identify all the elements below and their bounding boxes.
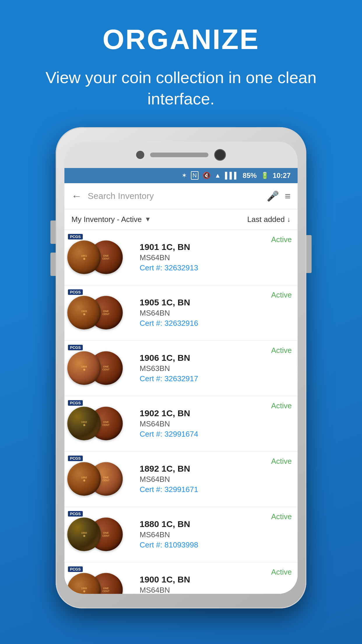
battery-text: 85% (243, 172, 257, 180)
pcgs-badge: PCGS (68, 234, 83, 239)
coin-obverse: 1905◉ (67, 296, 101, 330)
coin-grade: MS64BN (140, 419, 271, 428)
coin-details: 1906 1C, BN MS63BN Cert #: 32632917 (140, 353, 271, 383)
mic-icon[interactable]: 🎤 (267, 190, 279, 202)
phone-notch (64, 142, 298, 168)
coin-list-item[interactable]: PCGS 1905◉ ONECENT 1905 1C, BN MS64BN Ce… (64, 285, 298, 341)
coin-list-item[interactable]: PCGS 1900◉ ONECENT 1900 1C, BN MS64BN Ce… (64, 562, 298, 594)
screen-content: ✶ N 🔇 ▲ ▌▌▌ 85% 🔋 10:27 ← Search Invento… (64, 168, 298, 594)
coin-list-item[interactable]: PCGS 1901◉ ONECENT 1901 1C, BN MS64BN Ce… (64, 230, 298, 285)
coin-grade: MS64BN (140, 586, 271, 594)
coin-reverse-text: ONECENT (102, 421, 110, 426)
coin-image-pair: PCGS 1901◉ ONECENT (67, 233, 134, 281)
dropdown-arrow-icon[interactable]: ▼ (145, 216, 151, 223)
bluetooth-icon: ✶ (182, 172, 187, 179)
battery-icon: 🔋 (261, 172, 269, 179)
status-bar: ✶ N 🔇 ▲ ▌▌▌ 85% 🔋 10:27 (64, 168, 298, 183)
sort-arrow-icon: ↓ (287, 215, 291, 223)
coin-cert: Cert #: 81093998 (140, 540, 271, 550)
coin-grade: MS63BN (140, 364, 271, 373)
coin-list-item[interactable]: PCGS 1880◉ ONECENT 1880 1C, BN MS64BN Ce… (64, 507, 298, 562)
coin-reverse-text: ONECENT (102, 531, 110, 537)
coin-obverse: 1902◉ (67, 407, 101, 440)
coin-obverse-text: 1900◉ (81, 587, 87, 593)
hero-title: ORGANIZE (103, 23, 260, 55)
sort-text: Last added (247, 215, 285, 224)
hero-subtitle: View your coin collection in one clean i… (0, 67, 362, 110)
coin-details: 1900 1C, BN MS64BN Cert #: ... (140, 575, 271, 594)
coin-details: 1892 1C, BN MS64BN Cert #: 32991671 (140, 464, 271, 494)
pcgs-badge: PCGS (68, 511, 83, 517)
coin-details: 1880 1C, BN MS64BN Cert #: 81093998 (140, 519, 271, 550)
coin-name: 1880 1C, BN (140, 519, 271, 529)
coin-cert: Cert #: 32991671 (140, 485, 271, 494)
coin-status-badge: Active (271, 345, 292, 355)
sort-label[interactable]: Last added ↓ (247, 215, 291, 224)
coin-image-pair: PCGS 1900◉ ONECENT (67, 566, 134, 594)
search-input[interactable]: Search Inventory (88, 191, 261, 201)
coin-obverse: 1880◉ (67, 518, 101, 551)
coin-status-badge: Active (271, 456, 292, 466)
coin-status-badge: Active (271, 511, 292, 521)
time-display: 10:27 (273, 172, 291, 180)
coin-list: PCGS 1901◉ ONECENT 1901 1C, BN MS64BN Ce… (64, 230, 298, 594)
coin-details: 1905 1C, BN MS64BN Cert #: 32632916 (140, 298, 271, 328)
coin-image-pair: PCGS 1902◉ ONECENT (67, 400, 134, 448)
nfc-icon: N (191, 171, 198, 180)
coin-obverse: 1901◉ (67, 241, 101, 274)
back-button[interactable]: ← (71, 190, 82, 202)
filter-row[interactable]: My Inventory - Active ▼ Last added ↓ (64, 209, 298, 230)
coin-cert: Cert #: 32632917 (140, 374, 271, 383)
coin-grade: MS64BN (140, 253, 271, 262)
coin-image-pair: PCGS 1880◉ ONECENT (67, 510, 134, 559)
coin-grade: MS64BN (140, 309, 271, 318)
coin-obverse: 1892◉ (67, 462, 101, 496)
power-button (306, 235, 312, 273)
coin-cert: Cert #: 32632916 (140, 319, 271, 328)
coin-image-pair: PCGS 1892◉ ONECENT (67, 455, 134, 503)
coin-image-pair: PCGS 1906◉ ONECENT (67, 344, 134, 392)
coin-image-pair: PCGS 1905◉ ONECENT (67, 289, 134, 337)
phone-shell: ✶ N 🔇 ▲ ▌▌▌ 85% 🔋 10:27 ← Search Invento… (56, 127, 306, 608)
coin-cert: Cert #: 32632913 (140, 263, 271, 272)
coin-reverse-text: ONECENT (102, 310, 110, 316)
coin-reverse-text: ONECENT (102, 365, 110, 371)
coin-obverse-text: 1905◉ (81, 310, 87, 316)
phone-screen: ✶ N 🔇 ▲ ▌▌▌ 85% 🔋 10:27 ← Search Invento… (64, 142, 298, 594)
coin-grade: MS64BN (140, 475, 271, 484)
speaker-grille (150, 153, 208, 157)
coin-grade: MS64BN (140, 530, 271, 539)
pcgs-badge: PCGS (68, 289, 83, 295)
wifi-icon: ▲ (215, 172, 221, 179)
coin-name: 1905 1C, BN (140, 298, 271, 307)
coin-status-badge: Active (271, 234, 292, 244)
pcgs-badge: PCGS (68, 456, 83, 461)
pcgs-badge: PCGS (68, 566, 83, 572)
coin-name: 1906 1C, BN (140, 353, 271, 363)
coin-list-item[interactable]: PCGS 1892◉ ONECENT 1892 1C, BN MS64BN Ce… (64, 452, 298, 507)
mute-icon: 🔇 (203, 172, 210, 179)
coin-obverse-text: 1902◉ (81, 421, 87, 426)
coin-list-item[interactable]: PCGS 1906◉ ONECENT 1906 1C, BN MS63BN Ce… (64, 341, 298, 396)
search-bar[interactable]: ← Search Inventory 🎤 ≡ (64, 183, 298, 209)
front-camera-area (136, 149, 226, 161)
inventory-filter-label: My Inventory - Active (71, 215, 142, 224)
coin-name: 1902 1C, BN (140, 408, 271, 418)
coin-name: 1892 1C, BN (140, 464, 271, 474)
coin-name: 1900 1C, BN (140, 575, 271, 584)
coin-list-item[interactable]: PCGS 1902◉ ONECENT 1902 1C, BN MS64BN Ce… (64, 396, 298, 452)
coin-reverse-text: ONECENT (102, 254, 110, 260)
pcgs-badge: PCGS (68, 400, 83, 406)
coin-status-badge: Active (271, 400, 292, 410)
filter-icon[interactable]: ≡ (285, 190, 291, 202)
coin-details: 1901 1C, BN MS64BN Cert #: 32632913 (140, 242, 271, 272)
front-camera-dot (136, 151, 144, 159)
volume-up-button (50, 220, 56, 244)
coin-cert: Cert #: 32991674 (140, 430, 271, 439)
volume-down-button (50, 253, 56, 276)
coin-obverse-text: 1901◉ (81, 254, 87, 260)
coin-obverse-text: 1906◉ (81, 365, 87, 371)
pcgs-badge: PCGS (68, 345, 83, 350)
selfie-camera (214, 149, 226, 161)
coin-reverse-text: ONECENT (102, 476, 110, 482)
